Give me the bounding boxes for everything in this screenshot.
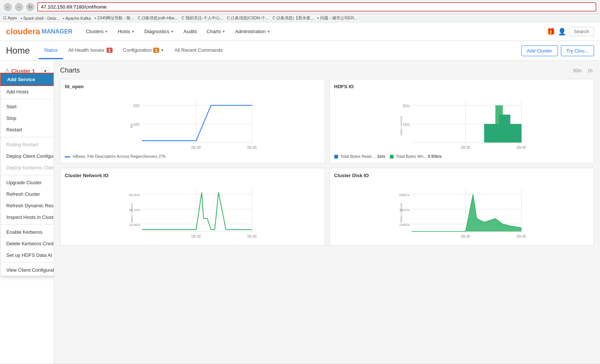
cluster-disk-chart-card: Cluster Disk IO 586K/s 391K/s 195K/s byt…	[329, 168, 594, 246]
dropdown-refresh-cluster[interactable]: Refresh Cluster	[0, 188, 54, 200]
dropdown-enable-kerberos[interactable]: Enable Kerberos	[0, 226, 54, 238]
dropdown-set-up-hdfs-encryption[interactable]: Set up HDFS Data At Rest Encryption	[0, 249, 54, 261]
svg-text:586K/s: 586K/s	[399, 193, 410, 197]
time-1h-button[interactable]: 1h	[586, 67, 594, 74]
tab-status[interactable]: Status	[39, 42, 63, 59]
logo-manager-text: MANAGER	[42, 28, 73, 35]
fd-open-chart-legend: HBase, File Descriptors Across RegionSer…	[65, 154, 320, 159]
hdfs-io-chart-legend: Total Bytes Read ... 1b/s Total Bytes Wr…	[334, 154, 590, 159]
charts-header: Charts 30m 1h	[60, 67, 594, 74]
hdfs-read-legend-dot	[334, 155, 338, 159]
jun-bookmark[interactable]: C (2条消息)【君永夜...	[272, 15, 314, 21]
dropdown-divider-2	[0, 137, 54, 137]
clusters-dropdown-arrow: ▼	[105, 30, 108, 33]
cluster-network-chart-body: 58.6K/s 39.1K/s 19.5K/s bytes / second 0…	[65, 181, 320, 241]
dropdown-view-client-config-urls[interactable]: View Client Configuration URLs	[0, 264, 54, 276]
svg-text:09:30: 09:30	[461, 234, 470, 239]
reload-button[interactable]: ↻	[26, 3, 34, 11]
search-button[interactable]: Search	[569, 27, 594, 36]
dropdown-delete-kerberos-credentials[interactable]: Delete Kerberos Credentials	[0, 238, 54, 249]
health-issues-badge: 2	[107, 48, 113, 53]
fd-open-svg: 200 100 fds 09:30 09:45	[65, 92, 320, 152]
home-title: Home	[6, 41, 39, 60]
svg-text:1b/s: 1b/s	[402, 122, 410, 127]
dropdown-divider-1	[0, 99, 54, 99]
nav-charts[interactable]: Charts ▼	[202, 26, 230, 36]
gift-icon-button[interactable]: 🎁	[547, 28, 555, 36]
nav-hosts[interactable]: Hosts ▼	[113, 26, 139, 36]
fd-open-chart-body: 200 100 fds 09:30 09:45	[65, 92, 320, 152]
forward-button[interactable]: →	[15, 3, 23, 11]
dropdown-upgrade-cluster[interactable]: Upgrade Cluster	[0, 177, 54, 188]
cluster-network-svg: 58.6K/s 39.1K/s 19.5K/s bytes / second 0…	[65, 181, 320, 241]
fd-open-chart-title: fd_open	[65, 84, 320, 89]
fd-open-legend-dot	[65, 156, 70, 157]
svg-text:58.6K/s: 58.6K/s	[129, 193, 140, 197]
hdfs-io-chart-body: 2b/s 1b/s bytes / second 09:30 09:4	[334, 92, 590, 152]
svg-text:09:30: 09:30	[461, 146, 470, 150]
sidebar: ⚠ Cluster 1 ▼ (CDH 5.16.1, Parcels) Add …	[0, 61, 54, 364]
add-cluster-button[interactable]: Add Cluster	[521, 45, 558, 56]
hdfs-io-svg: 2b/s 1b/s bytes / second 09:30 09:4	[334, 92, 590, 152]
time-30m-button[interactable]: 30m	[571, 67, 583, 74]
spark-bookmark[interactable]: ▪ Spark shell - Deta...	[21, 16, 60, 20]
svg-text:195K/s: 195K/s	[399, 223, 410, 227]
svg-text:19.5K/s: 19.5K/s	[129, 223, 140, 227]
back-button[interactable]: ←	[4, 3, 12, 11]
dropdown-inspect-hosts[interactable]: Inspect Hosts in Cluster	[0, 211, 54, 223]
dropdown-start[interactable]: Start	[0, 101, 54, 112]
cluster-disk-svg: 586K/s 391K/s 195K/s bytes / second 09:3…	[334, 181, 590, 241]
nav-diagnostics[interactable]: Diagnostics ▼	[140, 26, 178, 36]
url-bar[interactable]	[37, 2, 596, 12]
2345-bookmark[interactable]: ▪ 2345网址导航 - 致...	[95, 15, 134, 21]
kafka-bookmark[interactable]: ▪ Apache Kafka	[63, 16, 91, 20]
tab-recent-commands[interactable]: All Recent Commands	[169, 42, 228, 59]
csdn-bookmark[interactable]: C (1条消息)CSDN-个...	[227, 15, 269, 21]
dropdown-add-hosts[interactable]: Add Hosts	[0, 86, 54, 98]
logo: cloudera MANAGER	[6, 27, 72, 36]
fd-open-chart-card: fd_open 200 100 fds	[60, 79, 325, 163]
charts-dropdown-arrow: ▼	[222, 30, 225, 33]
tab-health-issues[interactable]: All Health Issues 2	[63, 42, 118, 59]
nav-administration[interactable]: Administration ▼	[231, 26, 275, 36]
cdh-bookmark[interactable]: C (3条消息)cdh Hba...	[138, 15, 178, 21]
city-bookmark[interactable]: ▪ 问题 - 城市公司ER...	[318, 15, 357, 21]
dropdown-refresh-dynamic-pools[interactable]: Refresh Dynamic Resource Pools	[0, 200, 54, 211]
svg-text:bytes / second: bytes / second	[400, 116, 403, 135]
administration-dropdown-arrow: ▼	[267, 30, 270, 33]
dropdown-stop[interactable]: Stop	[0, 112, 54, 124]
personal-bookmark[interactable]: C 我的关注-个人中心...	[181, 15, 223, 21]
dropdown-divider-4	[0, 224, 54, 225]
svg-text:09:45: 09:45	[517, 146, 526, 150]
svg-text:09:45: 09:45	[247, 146, 257, 150]
nav-audits[interactable]: Audits	[179, 26, 201, 36]
svg-text:bytes / second: bytes / second	[130, 203, 133, 223]
user-icon-button[interactable]: 👤	[558, 28, 566, 36]
svg-text:09:30: 09:30	[192, 146, 201, 150]
svg-text:fds: fds	[130, 124, 133, 128]
main-content: ⚠ Cluster 1 ▼ (CDH 5.16.1, Parcels) Add …	[0, 61, 600, 364]
time-buttons: 30m 1h	[571, 67, 594, 74]
dropdown-deploy-kerberos-config: Deploy Kerberos Client Configuration	[0, 162, 54, 173]
cluster-network-chart-title: Cluster Network IO	[65, 173, 320, 178]
hdfs-write-legend-dot	[390, 155, 394, 159]
dropdown-add-service[interactable]: Add Service	[0, 73, 54, 86]
tab-configuration[interactable]: Configuration 1 ▼	[118, 42, 169, 59]
dropdown-restart[interactable]: Restart	[0, 124, 54, 135]
configuration-badge: 1	[153, 48, 159, 53]
svg-marker-21	[484, 105, 521, 143]
dropdown-divider-3	[0, 175, 54, 175]
nav-clusters[interactable]: Clusters ▼	[81, 26, 113, 36]
svg-text:2b/s: 2b/s	[402, 104, 410, 108]
hosts-dropdown-arrow: ▼	[131, 30, 135, 33]
svg-text:bytes / second: bytes / second	[400, 203, 403, 223]
app-header: cloudera MANAGER Clusters ▼ Hosts ▼ Diag…	[0, 22, 600, 41]
dropdown-deploy-client-config[interactable]: Deploy Client Configuration	[0, 150, 54, 162]
svg-text:09:45: 09:45	[247, 234, 257, 239]
apps-bookmark[interactable]: ☷ Apps	[3, 16, 17, 20]
try-cloud-button[interactable]: Try Clou...	[561, 45, 594, 56]
browser-bar: ← → ↻	[0, 0, 600, 14]
dropdown-divider-5	[0, 262, 54, 263]
cluster-disk-chart-body: 586K/s 391K/s 195K/s bytes / second 09:3…	[334, 181, 590, 241]
svg-text:200: 200	[133, 104, 140, 108]
